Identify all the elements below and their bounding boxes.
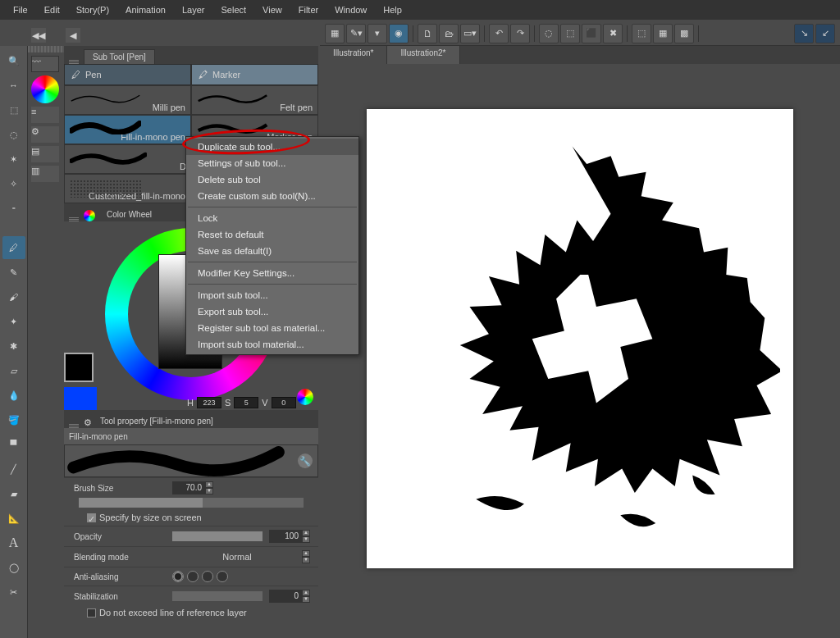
aa-option-none[interactable] [172, 571, 184, 582]
blend-mode-select[interactable]: Normal [172, 552, 302, 562]
correct-tool-icon[interactable]: ✂ [2, 581, 25, 604]
ctx-lock[interactable]: Lock [186, 210, 358, 226]
slider-icon[interactable]: ≡ [31, 107, 59, 123]
fill-tool-icon[interactable]: 🪣 [2, 408, 25, 431]
ctx-modifier-key-settings[interactable]: Modifier Key Settings... [186, 265, 358, 281]
grid-view-icon[interactable]: ▦ [325, 24, 345, 43]
toolprop-tab[interactable]: Tool property [Fill-in-mono pen] [92, 414, 221, 428]
frame-tool-icon[interactable]: ▰ [2, 482, 25, 505]
background-swatch[interactable] [64, 387, 97, 410]
redo-icon[interactable]: ↷ [510, 24, 530, 43]
aa-option-mid[interactable] [202, 571, 213, 582]
ruler-tool-icon[interactable]: 📐 [2, 507, 25, 530]
ctx-duplicate-sub-tool[interactable]: Duplicate sub tool... [186, 139, 358, 155]
ctx-delete-sub-tool[interactable]: Delete sub tool [186, 171, 358, 188]
move-tool-icon[interactable]: ↔ [2, 74, 25, 97]
aa-option-strong[interactable] [217, 571, 228, 582]
ctx-export-sub-tool[interactable]: Export sub tool... [186, 303, 358, 320]
lasso-tool-icon[interactable]: ✶ [2, 148, 25, 171]
foreground-swatch[interactable] [64, 353, 94, 382]
ctx-import-sub-tool[interactable]: Import sub tool... [186, 287, 358, 303]
wand-tool-icon[interactable]: ✧ [2, 172, 25, 195]
collapse-left-icon[interactable]: ◀◀ [31, 28, 46, 43]
zoom-tool-icon[interactable]: 🔍 [2, 49, 25, 72]
tonecurve-icon[interactable]: ⬚ [632, 24, 651, 43]
aa-option-weak[interactable] [187, 571, 199, 582]
menu-story[interactable]: Story(P) [68, 2, 117, 18]
decoration-tool-icon[interactable]: ✱ [2, 335, 25, 358]
brush-tool-icon[interactable]: 🖌 [2, 285, 25, 308]
v-field[interactable]: 0 [272, 397, 296, 408]
pencil-tool-icon[interactable]: ✎ [2, 261, 25, 284]
wrench-icon[interactable]: 🔧 [298, 453, 313, 468]
spiral-icon[interactable]: ◉ [389, 24, 409, 43]
new-icon[interactable]: 🗋 [418, 24, 437, 43]
brush-size-slider[interactable] [79, 498, 304, 508]
open-icon[interactable]: 🗁 [439, 24, 459, 43]
marquee-tool-icon[interactable]: ◌ [2, 123, 25, 146]
aa-options[interactable] [172, 571, 228, 582]
transform-icon[interactable]: ✖ [603, 24, 623, 43]
colorwheel-tab[interactable]: Color Wheel [98, 207, 160, 221]
color-circle-toggle-icon[interactable] [297, 389, 313, 405]
select-all-icon[interactable]: ⬚ [560, 24, 580, 43]
exceed-row[interactable]: Do not exceed line of reference layer [64, 606, 318, 621]
save-icon[interactable]: ▭▾ [460, 24, 480, 43]
opacity-stepper[interactable]: ▲▼ [302, 530, 310, 543]
pattern-icon[interactable]: ▦ [653, 24, 673, 43]
subtool-do[interactable]: Do [64, 144, 197, 174]
stab-stepper[interactable]: ▲▼ [302, 590, 310, 603]
erase-icon[interactable]: ◌ [539, 24, 559, 43]
blend-stepper[interactable]: ▲▼ [302, 550, 310, 563]
deselect-icon[interactable]: ⬛ [582, 24, 601, 43]
h-field[interactable]: 223 [197, 397, 221, 408]
ctx-create-custom-sub-tool-n[interactable]: Create custom sub tool(N)... [186, 188, 358, 204]
eyedropper-tool-icon[interactable]: ⁃ [2, 197, 25, 220]
subtool-fill-in-mono[interactable]: Fill-in-mono pen [64, 115, 191, 144]
viewport[interactable] [345, 64, 815, 613]
eraser-tool-icon[interactable]: ▱ [2, 359, 25, 382]
layers2-icon[interactable]: ▥ [31, 166, 59, 182]
menu-select[interactable]: Select [213, 2, 255, 18]
menu-help[interactable]: Help [375, 2, 410, 18]
menu-filter[interactable]: Filter [290, 2, 326, 18]
stab-slider[interactable] [172, 591, 262, 601]
subtool-felt-pen[interactable]: Felt pen [191, 85, 318, 115]
gradient-tool-icon[interactable]: ▀ [2, 433, 25, 456]
menu-edit[interactable]: Edit [36, 2, 68, 18]
menu-window[interactable]: Window [326, 2, 375, 18]
props-icon[interactable]: ⚙ [31, 126, 59, 143]
specify-size-row[interactable]: ✓ Specify by size on screen [64, 511, 318, 526]
menu-view[interactable]: View [254, 2, 290, 18]
subtool-tab[interactable]: Sub Tool [Pen] [84, 49, 155, 64]
ctx-import-sub-tool-material[interactable]: Import sub tool material... [186, 336, 358, 353]
collapse-left2-icon[interactable]: ◀ [66, 28, 80, 43]
snap-icon[interactable]: ↘ [794, 24, 814, 43]
dropdown-icon[interactable]: ▾ [368, 24, 387, 43]
color-circle-icon[interactable] [31, 75, 59, 103]
grid-icon[interactable]: ▩ [674, 24, 694, 43]
undo-icon[interactable]: ↶ [489, 24, 509, 43]
figure-tool-icon[interactable]: ╱ [2, 458, 25, 481]
options-icon[interactable]: ✎▾ [346, 24, 366, 43]
brush-size-field[interactable]: 70.0 [172, 481, 205, 494]
opacity-slider[interactable] [172, 531, 262, 541]
menu-layer[interactable]: Layer [174, 2, 213, 18]
doctab-1[interactable]: Illustration* [320, 46, 387, 64]
text-tool-icon[interactable]: A [2, 531, 25, 554]
stab-field[interactable]: 0 [269, 590, 302, 603]
operation-tool-icon[interactable]: ⬚ [2, 98, 25, 121]
balloon-tool-icon[interactable]: ◯ [2, 556, 25, 579]
ctx-register-sub-tool-as-material[interactable]: Register sub tool as material... [186, 320, 358, 336]
blend-tool-icon[interactable]: 💧 [2, 384, 25, 407]
pen-tool-icon[interactable]: 🖊 [2, 236, 25, 259]
menu-file[interactable]: File [5, 2, 36, 18]
ctx-save-as-default-i[interactable]: Save as default(I) [186, 243, 358, 259]
airbrush-tool-icon[interactable]: ✦ [2, 310, 25, 333]
checkbox-icon[interactable] [87, 608, 96, 617]
checkbox-icon[interactable]: ✓ [87, 513, 96, 522]
ctx-reset-to-default[interactable]: Reset to default [186, 226, 358, 243]
ruler-icon[interactable]: ↙ [815, 24, 835, 43]
menu-animation[interactable]: Animation [117, 2, 174, 18]
s-field[interactable]: 5 [234, 397, 258, 408]
